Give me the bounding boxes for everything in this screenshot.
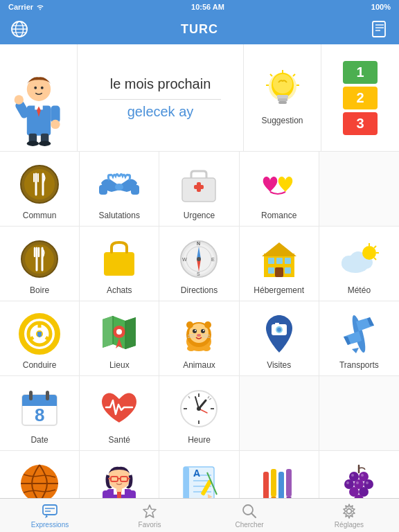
svg-point-23 [40,87,43,89]
category-salutations[interactable]: Salutations [80,152,159,227]
number-3-block: 3 [343,112,378,135]
book-icon [371,20,389,38]
svg-point-60 [197,257,201,261]
svg-text:E: E [211,257,215,262]
suggestion-area[interactable]: Suggestion [244,44,321,151]
category-commun[interactable]: Commun [0,152,80,227]
svg-rect-166 [286,469,292,497]
category-fruits[interactable]: Fruits [319,451,399,498]
svg-marker-168 [271,497,276,498]
category-sante[interactable]: Santé [80,376,159,451]
svg-point-92 [116,329,122,335]
svg-point-182 [346,481,349,484]
svg-point-20 [26,141,38,146]
tab-favoris[interactable]: Favoris [100,499,200,532]
category-directions[interactable]: N S W E Directions [159,227,239,301]
svg-line-79 [374,246,376,248]
svg-point-104 [204,321,211,328]
category-transports[interactable]: Transports [319,301,399,376]
category-visites[interactable]: Visites [240,301,319,376]
status-right: 100% [371,3,391,11]
time-label: 10:56 AM [191,3,224,11]
grid-container: le mois prochain gelecek ay [0,44,399,498]
svg-rect-164 [271,469,276,497]
svg-rect-68 [276,258,283,264]
lightbulb-icon [263,70,302,112]
svg-line-81 [374,258,376,260]
svg-rect-44 [131,185,139,195]
category-hebergement[interactable]: Hébergement [240,227,319,301]
svg-line-32 [270,74,272,76]
feature-phrase-area[interactable]: le mois prochain gelecek ay [78,44,244,151]
chercher-tab-label: Chercher [235,521,263,529]
svg-rect-72 [275,267,283,277]
category-urgence[interactable]: Urgence [159,152,239,227]
svg-point-22 [34,87,37,89]
svg-point-181 [361,474,364,477]
svg-line-191 [251,513,256,517]
svg-rect-185 [43,505,57,515]
category-grid: Commun Salutat [0,152,399,498]
svg-rect-47 [197,182,201,192]
conduire-label: Conduire [23,360,57,370]
category-animaux[interactable]: Animaux [159,301,239,376]
hebergement-label: Hébergement [254,285,304,295]
svg-point-184 [366,481,369,484]
svg-text:N: N [197,241,200,246]
svg-rect-28 [277,95,288,98]
reglages-icon [341,503,357,520]
tab-bar: Expressions Favoris Chercher Réglages [0,498,399,532]
svg-point-0 [39,9,41,10]
globe-icon[interactable] [10,19,29,39]
svg-rect-43 [99,185,107,195]
category-divertissements[interactable]: Divertissements [0,451,80,498]
category-etudes[interactable]: A Études [159,451,239,498]
svg-point-101 [203,330,204,331]
svg-marker-118 [352,348,359,353]
svg-rect-125 [46,391,49,400]
numbers-area[interactable]: 1 2 3 [321,44,399,151]
category-date[interactable]: 8 Date [0,376,80,451]
empty-cell-1 [240,376,319,451]
tab-expressions[interactable]: Expressions [0,499,100,532]
svg-point-109 [187,346,195,351]
svg-point-17 [51,120,60,129]
category-boire[interactable]: Boire [0,227,80,301]
category-achats[interactable]: Achats [80,227,159,301]
number-2-block: 2 [343,87,378,109]
svg-rect-30 [278,101,287,104]
svg-point-99 [201,329,205,333]
achats-label: Achats [107,285,132,295]
category-meteo[interactable]: Météo [319,227,399,301]
category-heure[interactable]: Heure [159,376,239,451]
tab-reglages[interactable]: Réglages [299,499,399,532]
category-lieux[interactable]: Lieux [80,301,159,376]
category-professions[interactable]: Professions [80,451,159,498]
expressions-icon [42,503,58,520]
svg-point-37 [24,169,55,200]
svg-point-27 [273,74,292,94]
svg-text:W: W [182,257,187,262]
svg-marker-90 [125,317,136,349]
animaux-label: Animaux [183,360,215,370]
commun-label: Commun [23,211,57,220]
visites-label: Visites [267,360,291,370]
tab-chercher[interactable]: Chercher [200,499,299,532]
expressions-tab-label: Expressions [31,521,69,529]
category-conduire[interactable]: Conduire [0,301,80,376]
category-nombres-placeholder [319,152,399,227]
svg-rect-152 [129,490,136,498]
category-couleurs[interactable]: Couleurs [240,451,319,498]
svg-rect-71 [285,267,291,274]
empty-cell-2 [319,376,399,451]
category-romance[interactable]: Romance [240,152,319,227]
svg-rect-165 [278,472,284,498]
svg-rect-124 [29,391,33,400]
svg-rect-67 [268,258,274,264]
svg-marker-66 [262,242,296,256]
svg-rect-29 [278,98,287,101]
svg-point-139 [21,465,58,498]
menu-icon[interactable] [370,19,389,39]
meteo-label: Météo [348,285,371,295]
urgence-label: Urgence [184,211,215,220]
